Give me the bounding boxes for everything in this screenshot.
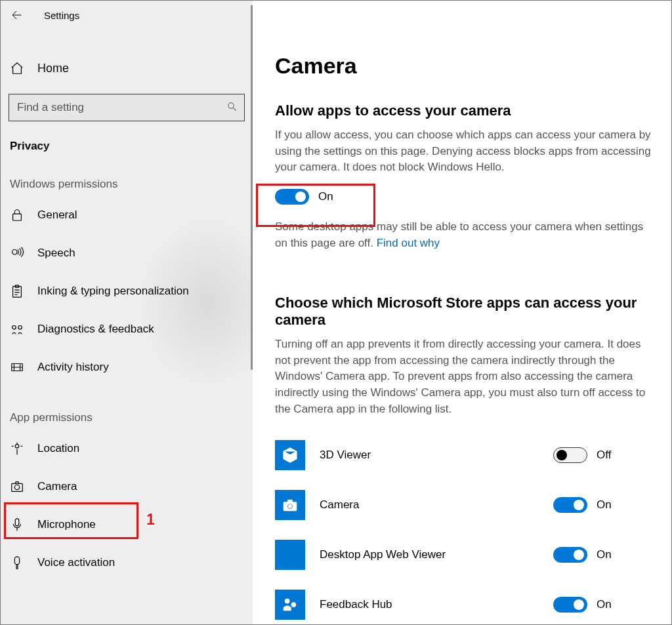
nav-home-label: Home	[37, 62, 69, 75]
nav-home[interactable]: Home	[1, 52, 253, 85]
app-toggle-label: Off	[597, 449, 611, 462]
svg-rect-1	[13, 214, 22, 220]
app-name: 3D Viewer	[320, 449, 553, 462]
nav-camera[interactable]: Camera	[1, 468, 253, 506]
nav-label: Location	[37, 442, 79, 455]
svg-point-2	[12, 250, 17, 254]
search-box[interactable]	[9, 94, 245, 121]
speech-icon	[10, 246, 24, 260]
allow-apps-toggle[interactable]	[275, 189, 309, 205]
svg-rect-10	[15, 519, 19, 526]
app-row-3d-viewer: 3D Viewer Off	[275, 430, 652, 480]
nav-label: Diagnostics & feedback	[37, 323, 154, 336]
svg-rect-15	[288, 500, 293, 502]
nav-speech[interactable]: Speech	[1, 234, 253, 272]
voice-icon	[10, 555, 24, 570]
nav-general[interactable]: General	[1, 196, 253, 234]
allow-apps-toggle-row: On	[275, 189, 652, 205]
nav-label: Microphone	[37, 518, 96, 531]
svg-point-17	[291, 603, 296, 607]
toggle-knob	[574, 550, 584, 560]
titlebar: Settings	[1, 1, 253, 30]
nav-label: Camera	[37, 480, 77, 493]
allow-apps-toggle-label: On	[318, 190, 333, 203]
app-icon-3d-viewer	[275, 440, 305, 470]
nav-label: Speech	[37, 247, 75, 260]
sidebar: Settings Home Privacy Windows permission…	[1, 1, 253, 624]
home-icon	[10, 61, 24, 75]
app-icon-feedback-hub	[275, 590, 305, 620]
app-toggle-desktop-web-viewer[interactable]	[553, 547, 587, 563]
section-choose-apps-body: Turning off an app prevents it from dire…	[275, 336, 652, 417]
nav-label: Inking & typing personalization	[37, 285, 189, 298]
toggle-knob	[295, 192, 306, 202]
group-windows-permissions: Windows permissions	[1, 178, 253, 191]
page-title: Camera	[275, 53, 652, 79]
history-icon	[10, 360, 24, 374]
app-toggle-camera[interactable]	[553, 497, 587, 513]
feedback-icon	[10, 322, 24, 336]
location-icon	[10, 441, 24, 456]
nav-voice-activation[interactable]: Voice activation	[1, 544, 253, 582]
svg-point-14	[288, 505, 291, 508]
note-text: Some desktop apps may still be able to a…	[275, 220, 643, 249]
svg-point-5	[12, 326, 16, 330]
back-arrow-icon[interactable]	[10, 9, 23, 22]
nav-microphone[interactable]: Microphone	[1, 506, 253, 544]
svg-point-6	[18, 326, 22, 330]
svg-point-7	[15, 445, 19, 449]
find-out-why-link[interactable]: Find out why	[377, 237, 440, 249]
app-row-feedback-hub: Feedback Hub On	[275, 580, 652, 624]
svg-point-16	[285, 599, 289, 604]
svg-rect-3	[13, 287, 22, 298]
app-row-camera: Camera On	[275, 480, 652, 530]
lock-icon	[10, 208, 24, 222]
toggle-knob	[556, 450, 567, 460]
nav-activity-history[interactable]: Activity history	[1, 348, 253, 386]
toggle-knob	[574, 599, 584, 610]
app-name: Camera	[320, 498, 553, 512]
svg-rect-11	[14, 557, 19, 565]
nav-inking[interactable]: Inking & typing personalization	[1, 272, 253, 310]
app-toggle-3d-viewer[interactable]	[553, 447, 587, 463]
svg-point-0	[228, 102, 234, 108]
nav-diagnostics[interactable]: Diagnostics & feedback	[1, 310, 253, 348]
camera-icon	[10, 479, 24, 494]
app-name: Desktop App Web Viewer	[320, 548, 553, 561]
app-toggle-label: On	[597, 548, 612, 561]
clipboard-icon	[10, 284, 24, 298]
app-toggle-label: On	[597, 598, 612, 611]
sidebar-section-privacy: Privacy	[1, 140, 253, 153]
nav-location[interactable]: Location	[1, 430, 253, 468]
content-pane: Camera Allow apps to access your camera …	[253, 1, 671, 624]
nav-label: General	[37, 209, 77, 222]
nav-label: Activity history	[37, 361, 109, 374]
search-icon	[226, 101, 238, 115]
toggle-knob	[574, 500, 584, 510]
svg-point-9	[14, 485, 19, 489]
section-allow-apps-body: If you allow access, you can choose whic…	[275, 127, 652, 176]
app-icon-camera	[275, 490, 305, 520]
group-app-permissions: App permissions	[1, 411, 253, 424]
section-allow-apps-heading: Allow apps to access your camera	[275, 102, 652, 119]
window-title: Settings	[44, 10, 79, 21]
section-choose-apps-heading: Choose which Microsoft Store apps can ac…	[275, 294, 652, 329]
app-toggle-label: On	[597, 498, 612, 512]
search-input[interactable]	[16, 100, 226, 115]
desktop-apps-note: Some desktop apps may still be able to a…	[275, 219, 652, 251]
app-toggle-feedback-hub[interactable]	[553, 597, 587, 613]
microphone-icon	[10, 517, 24, 532]
nav-label: Voice activation	[37, 556, 115, 569]
app-name: Feedback Hub	[320, 598, 553, 611]
app-icon-desktop-web-viewer	[275, 540, 305, 570]
app-row-desktop-web-viewer: Desktop App Web Viewer On	[275, 530, 652, 580]
